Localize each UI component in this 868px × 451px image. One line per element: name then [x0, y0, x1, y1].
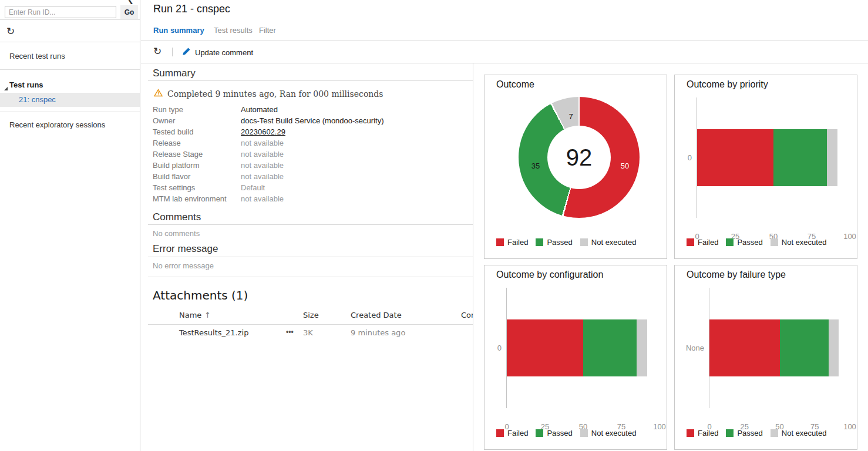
field-label: Test settings	[153, 183, 238, 192]
bar-passed	[780, 319, 829, 376]
divider	[148, 80, 473, 81]
not-executed-swatch	[580, 238, 588, 246]
bar-failed	[709, 319, 780, 376]
legend-label: Not executed	[591, 429, 637, 437]
chart-title: Outcome by priority	[687, 79, 768, 90]
column-header-size[interactable]: Size	[303, 311, 319, 319]
column-header-comments[interactable]: Comments	[461, 311, 473, 319]
bar-plot: 0 25 50 75 100	[697, 97, 850, 218]
divider	[0, 19, 140, 20]
chart-legend: Failed Passed Not executed	[496, 429, 636, 437]
run-id-input[interactable]	[5, 6, 116, 18]
legend-label: Passed	[737, 429, 762, 437]
sidebar-item-selected-run[interactable]: 21: cnspec	[0, 93, 140, 107]
bar-plot: 0 25 50 75 100	[709, 288, 850, 408]
tab-test-results[interactable]: Test results	[214, 26, 253, 35]
attachments-heading: Attachments (1)	[153, 288, 248, 302]
outcome-by-failure-type-card: Outcome by failure type None 0 25 50 75 …	[674, 265, 857, 450]
y-axis-category: 0	[675, 153, 692, 162]
donut-label-not-executed: 7	[568, 112, 573, 121]
legend-label: Failed	[507, 238, 528, 247]
attachment-created-date: 9 minutes ago	[351, 328, 405, 337]
chart-legend: Failed Passed Not executed	[687, 429, 826, 437]
tree-expander-icon[interactable]	[4, 83, 8, 93]
tab-run-summary[interactable]: Run summary	[153, 26, 204, 35]
field-label: MTM lab environment	[153, 194, 238, 203]
field-value-run-type: Automated	[241, 105, 278, 114]
chart-title: Outcome	[496, 79, 534, 90]
field-value-build-flavor: not available	[241, 172, 284, 181]
not-executed-swatch	[771, 429, 778, 437]
run-status-message: Completed 9 minutes ago, Ran for 000 mil…	[154, 89, 383, 99]
failed-swatch	[496, 429, 504, 437]
legend-label: Passed	[737, 238, 762, 247]
donut-total-value: 92	[566, 144, 593, 171]
divider	[141, 41, 868, 41]
column-header-name[interactable]: Name	[179, 311, 201, 319]
attachment-name-link[interactable]: TestResults_21.zip	[179, 328, 248, 337]
field-label: Release Stage	[153, 150, 238, 159]
bar-failed	[507, 319, 583, 376]
bar-not-executed	[637, 319, 647, 376]
field-label: Owner	[153, 116, 238, 125]
column-header-created-date[interactable]: Created Date	[351, 311, 402, 319]
stacked-bar	[507, 319, 660, 376]
field-value-mtm-lab: not available	[241, 194, 284, 203]
no-comments-text: No comments	[153, 229, 200, 238]
divider	[148, 277, 473, 277]
field-value-release: not available	[241, 139, 284, 147]
summary-heading: Summary	[153, 68, 196, 79]
legend-label: Passed	[547, 429, 572, 437]
bar-not-executed	[829, 319, 839, 376]
legend-label: Passed	[547, 238, 572, 247]
field-value-build-platform: not available	[241, 161, 284, 170]
tested-build-link[interactable]: 20230602.29	[241, 127, 285, 136]
tab-filter[interactable]: Filter	[259, 26, 276, 35]
collapse-panel-icon[interactable]: ❮	[127, 0, 134, 4]
bar-passed	[583, 319, 637, 376]
outcome-by-priority-card: Outcome by priority 0 0 25 50 75 100 Fai…	[674, 75, 857, 259]
comments-heading: Comments	[153, 211, 201, 223]
pencil-icon	[182, 47, 191, 58]
divider	[148, 257, 473, 257]
selected-run-label: 21: cnspec	[19, 95, 56, 104]
field-label: Build platform	[153, 161, 238, 170]
outcome-by-configuration-card: Outcome by configuration 0 0 25 50 75 10…	[484, 265, 667, 450]
more-options-icon[interactable]: •••	[286, 328, 294, 336]
status-text: Completed 9 minutes ago, Ran for 000 mil…	[167, 89, 383, 99]
failed-swatch	[687, 429, 694, 437]
refresh-icon[interactable]: ↻	[6, 26, 15, 36]
field-label: Tested build	[153, 127, 238, 136]
failed-swatch	[496, 238, 504, 246]
field-value-test-settings: Default	[241, 183, 265, 192]
attachment-size: 3K	[303, 328, 313, 337]
field-label: Build flavor	[153, 172, 238, 181]
warning-icon	[154, 89, 163, 99]
divider	[148, 324, 473, 325]
stacked-bar	[709, 319, 850, 376]
sidebar-item-recent-test-runs[interactable]: Recent test runs	[9, 52, 65, 60]
field-label: Run type	[153, 105, 238, 114]
stacked-bar	[697, 129, 850, 186]
divider	[148, 224, 473, 225]
refresh-icon[interactable]: ↻	[153, 46, 162, 56]
go-button[interactable]: Go	[120, 5, 138, 19]
legend-label: Not executed	[782, 429, 827, 437]
failed-swatch	[687, 238, 694, 246]
update-comment-label: Update comment	[195, 48, 253, 57]
update-comment-button[interactable]: Update comment	[182, 47, 253, 58]
chart-title: Outcome by failure type	[687, 270, 786, 280]
y-axis-category: 0	[485, 344, 502, 352]
sidebar-item-test-runs[interactable]: Test runs	[9, 80, 43, 89]
passed-swatch	[536, 429, 543, 437]
tick: 100	[843, 232, 856, 241]
no-error-text: No error message	[153, 261, 214, 270]
sidebar-item-recent-exploratory-sessions[interactable]: Recent exploratory sessions	[9, 120, 105, 129]
chart-legend: Failed Passed Not executed	[687, 238, 826, 247]
bar-plot: 0 25 50 75 100	[506, 288, 660, 408]
divider	[0, 112, 140, 112]
y-axis-category: None	[675, 344, 704, 352]
legend-label: Failed	[698, 238, 718, 247]
legend-label: Not executed	[782, 238, 827, 247]
error-message-heading: Error message	[153, 243, 218, 255]
